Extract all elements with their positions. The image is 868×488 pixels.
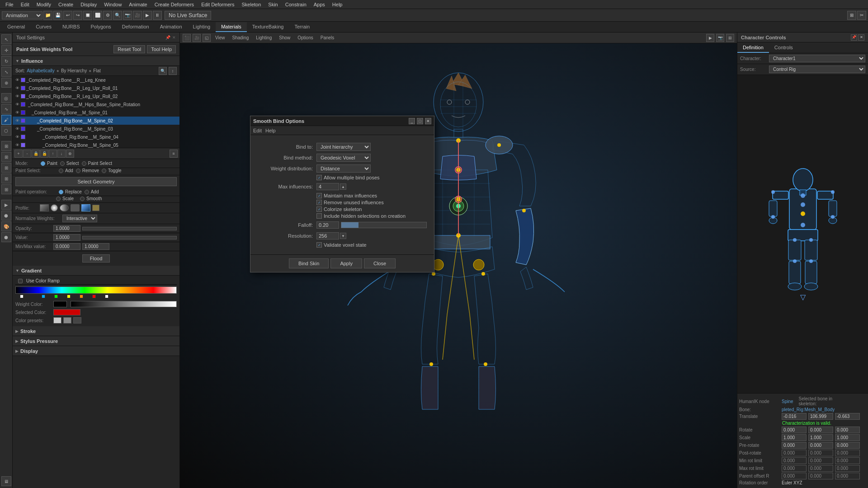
posy-input[interactable] bbox=[808, 450, 833, 456]
colorize-checkbox[interactable]: ✓ bbox=[316, 206, 322, 212]
normalize-dropdown[interactable]: Interactive Post None bbox=[62, 215, 97, 222]
dialog-maximize-button[interactable]: □ bbox=[417, 118, 423, 124]
sort-hierarchy[interactable]: By Hierarchy bbox=[61, 68, 87, 73]
weight-dist-dropdown[interactable]: Distance Closest bbox=[316, 164, 371, 173]
panel-close-icon[interactable]: ✕ bbox=[172, 35, 176, 40]
tab-deformation[interactable]: Deformation bbox=[117, 22, 155, 32]
dialog-close-button[interactable]: ✕ bbox=[425, 118, 431, 124]
display-section-header[interactable]: ▶ Display bbox=[13, 346, 179, 356]
prx-input[interactable] bbox=[782, 442, 807, 449]
select-tool[interactable]: ↖ bbox=[1, 34, 11, 44]
menu-create-deformers[interactable]: Create Deformers bbox=[151, 1, 198, 8]
show-manipulator[interactable]: ⊞ bbox=[1, 141, 11, 151]
rp-pin-icon[interactable]: 📌 bbox=[851, 34, 857, 41]
gradient-handle-5[interactable] bbox=[92, 295, 96, 298]
max-influences-input[interactable] bbox=[316, 183, 339, 190]
unlock-icon[interactable]: 🔓 bbox=[40, 150, 48, 158]
op-replace-radio[interactable] bbox=[59, 190, 63, 194]
close-button[interactable]: Close bbox=[364, 258, 396, 268]
rp-close-icon[interactable]: ✕ bbox=[858, 34, 864, 41]
sy-input[interactable] bbox=[808, 434, 833, 441]
opacity-input[interactable] bbox=[53, 225, 80, 232]
toolbar-icon-end1[interactable]: ⊞ bbox=[847, 11, 856, 20]
value-slider[interactable] bbox=[82, 236, 177, 239]
viewport-tab-panels[interactable]: Panels bbox=[318, 34, 337, 41]
menu-constrain[interactable]: Constrain bbox=[282, 1, 310, 8]
toolbar-icon-1[interactable]: 📁 bbox=[43, 11, 52, 20]
menu-help[interactable]: Help bbox=[329, 1, 346, 8]
menu-modify[interactable]: Modify bbox=[33, 1, 55, 8]
tool-help-button[interactable]: Tool Help bbox=[147, 45, 176, 53]
render-view[interactable]: ▶ bbox=[1, 200, 11, 210]
menu-apps[interactable]: Apps bbox=[310, 1, 329, 8]
stylus-section-header[interactable]: ▶ Stylus Pressure bbox=[13, 336, 179, 346]
menu-window[interactable]: Window bbox=[100, 1, 125, 8]
menu-display[interactable]: Display bbox=[77, 1, 100, 8]
snap-grid[interactable]: ⊞ bbox=[1, 152, 11, 162]
add-influence-icon[interactable]: + bbox=[14, 150, 23, 158]
falloff-input[interactable] bbox=[316, 221, 339, 229]
panel-pin-icon[interactable]: 📌 bbox=[165, 35, 170, 40]
scale-tool[interactable]: ⤡ bbox=[1, 67, 11, 77]
tab-polygons[interactable]: Polygons bbox=[85, 22, 117, 32]
paint-add-radio[interactable] bbox=[59, 169, 63, 173]
min-ry-input[interactable] bbox=[808, 457, 833, 464]
tab-terrain[interactable]: Terrain bbox=[289, 22, 316, 32]
opacity-slider[interactable] bbox=[82, 227, 177, 230]
toolbar-icon-5[interactable]: 🔲 bbox=[83, 11, 92, 20]
tab-animation[interactable]: Animation bbox=[155, 22, 188, 32]
influence-item-2[interactable]: 👁 _Completed_Rig:Bone__R_Leg_Upr_Roll_02 bbox=[13, 92, 179, 100]
toolbar-icon-9[interactable]: 📷 bbox=[123, 11, 132, 20]
menu-edit-deformers[interactable]: Edit Deformers bbox=[198, 1, 238, 8]
profile-icon-2[interactable] bbox=[51, 204, 58, 211]
expand-icon[interactable]: ⊕ bbox=[66, 150, 74, 158]
max-ry-input[interactable] bbox=[808, 465, 833, 472]
maintain-max-checkbox[interactable]: ✓ bbox=[316, 193, 322, 198]
resolution-input[interactable] bbox=[316, 232, 339, 239]
min-input[interactable] bbox=[53, 243, 80, 250]
value-input[interactable] bbox=[53, 234, 80, 241]
mode-select-radio[interactable] bbox=[60, 161, 65, 166]
tab-lighting[interactable]: Lighting bbox=[188, 22, 216, 32]
paint-toggle-radio[interactable] bbox=[102, 169, 106, 173]
max-input[interactable] bbox=[82, 243, 109, 250]
ty-input[interactable] bbox=[808, 413, 833, 420]
influence-item-1[interactable]: 👁 _Completed_Rig:Bone__R_Leg_Upr_Roll_01 bbox=[13, 84, 179, 92]
viewport-icon-2[interactable]: 🎥 bbox=[193, 34, 201, 42]
gradient-handle-2[interactable] bbox=[54, 295, 58, 298]
op-add-radio[interactable] bbox=[85, 190, 89, 194]
rp-tab-definition[interactable]: Definition bbox=[737, 43, 769, 53]
max-rx-input[interactable] bbox=[782, 465, 807, 472]
influence-item-5[interactable]: 👁 _Completed_Rig:Bone__M_Spine_02 bbox=[13, 117, 179, 125]
menu-skeleton[interactable]: Skeleton bbox=[238, 1, 264, 8]
tab-materials[interactable]: Materials bbox=[216, 22, 247, 32]
viewport-tab-shading[interactable]: Shading bbox=[230, 34, 252, 41]
menu-edit[interactable]: Edit bbox=[17, 1, 33, 8]
rotate-tool[interactable]: ↻ bbox=[1, 56, 11, 66]
menu-skin[interactable]: Skin bbox=[264, 1, 281, 8]
parent-rz-input[interactable] bbox=[835, 473, 860, 479]
bind-method-dropdown[interactable]: Geodesic Voxel Classic Linear Dual Quate… bbox=[316, 154, 371, 162]
parent-rx-input[interactable] bbox=[782, 473, 807, 479]
max-rz-input[interactable] bbox=[835, 465, 860, 472]
toolbar-icon-7[interactable]: ⚙ bbox=[103, 11, 112, 20]
move-down-icon[interactable]: ↓ bbox=[57, 150, 66, 158]
snap-curve[interactable]: ⊞ bbox=[1, 163, 11, 173]
bind-skin-button[interactable]: Bind Skin bbox=[289, 258, 329, 268]
viewport-tab-view[interactable]: View bbox=[212, 34, 228, 41]
universal-tool[interactable]: ⊕ bbox=[1, 78, 11, 88]
preset-3[interactable] bbox=[73, 317, 81, 324]
bind-to-dropdown[interactable]: Joint hierarchy Selected joints bbox=[316, 143, 371, 151]
dialog-menu-help[interactable]: Help bbox=[265, 128, 276, 133]
min-rz-input[interactable] bbox=[835, 457, 860, 464]
rp-tab-controls[interactable]: Controls bbox=[769, 43, 798, 53]
preset-2[interactable] bbox=[63, 317, 71, 324]
toolbar-icon-3[interactable]: ↩ bbox=[63, 11, 72, 20]
toolbar-icon-6[interactable]: ⬜ bbox=[93, 11, 102, 20]
sort-flat[interactable]: Flat bbox=[93, 68, 101, 73]
gradient-handle-3[interactable] bbox=[67, 295, 71, 298]
profile-icon-5[interactable] bbox=[81, 204, 90, 211]
hypershade[interactable]: ⬢ bbox=[1, 211, 11, 221]
profile-icon-3[interactable] bbox=[60, 204, 69, 211]
ry-input[interactable] bbox=[808, 427, 833, 433]
